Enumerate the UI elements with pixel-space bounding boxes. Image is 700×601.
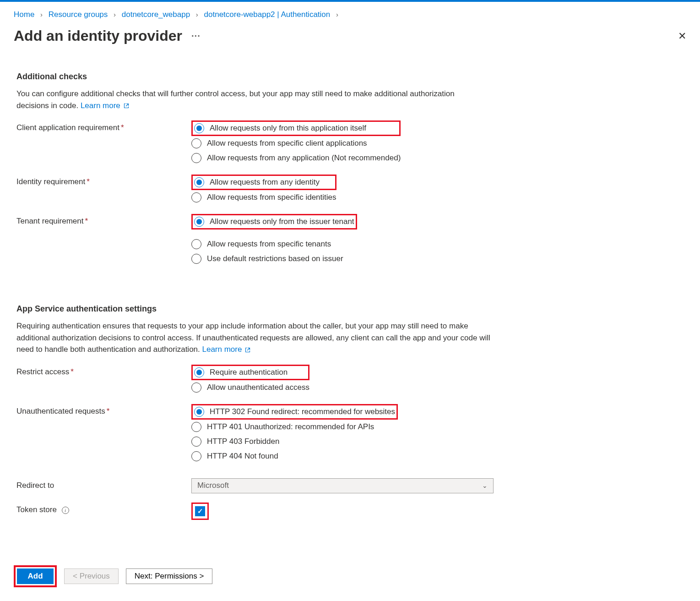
radio-icon [191,422,201,432]
client-app-requirement-options: Allow requests only from this applicatio… [191,120,401,165]
title-row: Add an identity provider ··· ✕ [0,24,700,58]
unauthenticated-requests-options: HTTP 302 Found redirect: recommended for… [191,404,398,464]
info-icon[interactable]: i [62,507,69,514]
radio-icon [194,123,204,133]
radio-issuer-tenant-only[interactable]: Allow requests only from the issuer tena… [193,215,356,228]
token-store-label: Token store i [16,503,191,514]
radio-allow-unauth[interactable]: Allow unauthenticated access [191,380,309,395]
tenant-requirement-options: Allow requests only from the issuer tena… [191,214,357,266]
more-icon[interactable]: ··· [191,31,201,41]
additional-checks-heading: Additional checks [16,72,684,82]
add-button[interactable]: Add [17,568,54,584]
radio-icon [191,153,201,163]
radio-allow-any-app[interactable]: Allow requests from any application (Not… [191,151,401,165]
external-link-icon [245,347,250,353]
radio-http-401[interactable]: HTTP 401 Unauthorized: recommended for A… [191,420,398,434]
required-indicator: * [121,123,124,132]
content: Additional checks You can configure addi… [0,72,700,520]
redirect-to-label: Redirect to [16,478,191,490]
radio-allow-specific-apps[interactable]: Allow requests from specific client appl… [191,136,401,151]
app-service-auth-desc: Requiring authentication ensures that re… [16,320,493,355]
chevron-down-icon: ⌄ [482,482,488,489]
highlight-annotation: Allow requests only from this applicatio… [191,120,401,136]
restrict-access-options: Require authentication Allow unauthentic… [191,365,309,395]
highlight-annotation: Add [14,565,57,587]
chevron-right-icon: › [40,11,43,18]
radio-http-404[interactable]: HTTP 404 Not found [191,449,398,464]
radio-icon [191,138,201,148]
app-service-auth-heading: App Service authentication settings [16,304,684,314]
radio-label: Allow requests only from this applicatio… [210,124,366,133]
learn-more-link[interactable]: Learn more [202,345,251,354]
radio-label: Allow requests from specific identities [207,193,336,202]
restrict-access-label: Restrict access* [16,365,191,377]
radio-label: Allow requests only from the issuer tena… [210,217,354,226]
breadcrumb-home[interactable]: Home [14,10,34,19]
radio-label: HTTP 404 Not found [207,452,278,461]
identity-requirement-row: Identity requirement* Allow requests fro… [16,175,684,205]
required-indicator: * [85,217,88,225]
highlight-annotation: Allow requests only from the issuer tena… [191,214,357,229]
radio-icon [191,192,201,202]
chevron-right-icon: › [114,11,116,18]
radio-label: Allow requests from specific client appl… [207,139,367,148]
radio-http-302[interactable]: HTTP 302 Found redirect: recommended for… [193,405,396,418]
dropdown-value: Microsoft [197,481,229,490]
breadcrumb-webapp[interactable]: dotnetcore_webapp [122,10,190,19]
radio-label: Use default restrictions based on issuer [207,254,343,263]
radio-http-403[interactable]: HTTP 403 Forbidden [191,434,398,449]
additional-checks-desc: You can configure additional checks that… [16,88,465,111]
radio-label: HTTP 401 Unauthorized: recommended for A… [207,422,374,432]
radio-icon [194,407,204,417]
highlight-annotation: Require authentication [191,365,309,380]
unauthenticated-requests-label: Unauthenticated requests* [16,404,191,416]
tenant-requirement-row: Tenant requirement* Allow requests only … [16,214,684,266]
radio-specific-tenants[interactable]: Allow requests from specific tenants [191,237,357,251]
learn-more-link[interactable]: Learn more [81,101,129,110]
identity-requirement-label: Identity requirement* [16,175,191,186]
radio-icon [191,239,201,249]
breadcrumb-resource-groups[interactable]: Resource groups [49,10,108,19]
radio-icon [194,217,204,227]
required-indicator: * [87,177,90,186]
radio-icon [191,254,201,264]
radio-allow-any-identity[interactable]: Allow requests from any identity [193,176,321,189]
radio-label: Allow requests from any identity [210,178,320,187]
radio-allow-this-app-only[interactable]: Allow requests only from this applicatio… [193,122,368,135]
chevron-right-icon: › [196,11,198,18]
radio-label: HTTP 403 Forbidden [207,437,279,446]
highlight-annotation: Allow requests from any identity [191,175,336,190]
next-permissions-button[interactable]: Next: Permissions > [126,568,213,584]
unauthenticated-requests-row: Unauthenticated requests* HTTP 302 Found… [16,404,684,464]
radio-default-issuer-restrictions[interactable]: Use default restrictions based on issuer [191,251,357,266]
client-app-requirement-label: Client application requirement* [16,120,191,132]
required-indicator: * [107,407,110,415]
radio-label: Require authentication [210,368,288,377]
breadcrumb: Home › Resource groups › dotnetcore_weba… [0,2,700,24]
chevron-right-icon: › [336,11,338,18]
radio-require-auth[interactable]: Require authentication [193,366,289,379]
breadcrumb-authentication[interactable]: dotnetcore-webapp2 | Authentication [204,10,331,19]
radio-allow-specific-identities[interactable]: Allow requests from specific identities [191,190,336,205]
radio-icon [191,451,201,461]
radio-label: HTTP 302 Found redirect: recommended for… [210,407,395,416]
radio-icon [191,382,201,393]
close-icon[interactable]: ✕ [678,30,686,42]
page-title: Add an identity provider ··· [14,27,201,44]
identity-requirement-options: Allow requests from any identity Allow r… [191,175,336,205]
radio-label: Allow requests from specific tenants [207,240,331,249]
highlight-annotation: ✓ [191,503,209,520]
token-store-checkbox[interactable]: ✓ [195,506,205,516]
page-title-text: Add an identity provider [14,27,182,44]
desc-text: Requiring authentication ensures that re… [16,322,490,354]
restrict-access-row: Restrict access* Require authentication … [16,365,684,395]
external-link-icon [124,103,129,109]
redirect-to-dropdown[interactable]: Microsoft ⌄ [191,478,494,493]
radio-icon [191,437,201,447]
radio-icon [194,177,204,187]
radio-label: Allow requests from any application (Not… [207,153,401,163]
footer-buttons: Add < Previous Next: Permissions > [14,565,212,587]
previous-button[interactable]: < Previous [64,568,119,584]
redirect-to-row: Redirect to Microsoft ⌄ [16,478,684,493]
required-indicator: * [71,367,74,376]
